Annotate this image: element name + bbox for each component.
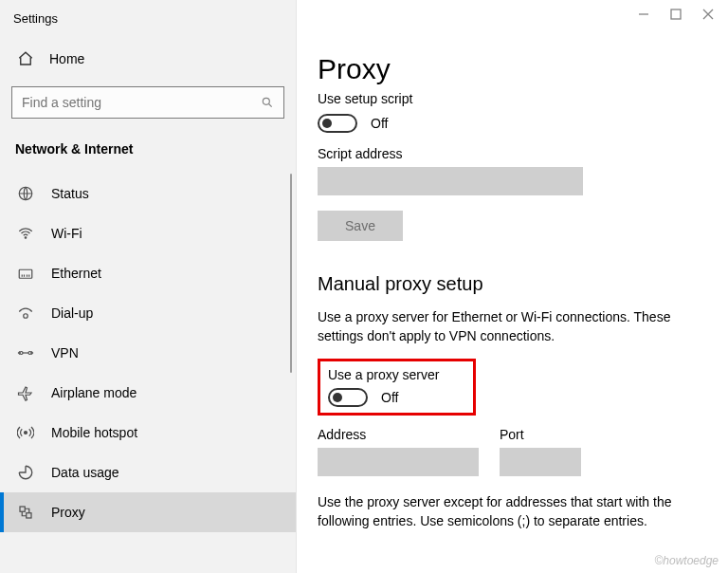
save-button: Save (318, 211, 403, 241)
use-proxy-toggle-row: Off (328, 388, 439, 407)
close-icon[interactable] (701, 8, 715, 21)
settings-sidebar: Settings Home Network & Internet Status (0, 0, 297, 573)
hotspot-icon (17, 424, 34, 441)
sidebar-item-hotspot[interactable]: Mobile hotspot (0, 413, 296, 453)
sidebar-item-airplane[interactable]: Airplane mode (0, 373, 296, 413)
data-usage-icon (17, 464, 34, 481)
use-script-state: Off (371, 116, 388, 131)
sidebar-item-vpn[interactable]: VPN (0, 333, 296, 373)
search-icon (261, 96, 274, 109)
sidebar-item-label: Dial-up (51, 305, 93, 321)
sidebar-home[interactable]: Home (0, 41, 296, 77)
airplane-icon (17, 384, 34, 401)
use-script-label: Use setup script (318, 91, 720, 106)
svg-point-7 (25, 432, 27, 434)
svg-point-6 (28, 352, 31, 355)
manual-description: Use a proxy server for Ethernet or Wi-Fi… (318, 308, 697, 345)
svg-point-0 (263, 98, 269, 104)
sidebar-item-wifi[interactable]: Wi-Fi (0, 213, 296, 253)
home-icon (17, 50, 34, 67)
port-label: Port (500, 427, 581, 442)
sidebar-home-label: Home (49, 51, 84, 66)
svg-point-4 (24, 314, 28, 319)
vpn-icon (17, 344, 34, 361)
search-box[interactable] (11, 86, 284, 119)
sidebar-item-status[interactable]: Status (0, 174, 296, 213)
except-description: Use the proxy server except for addresse… (318, 493, 697, 530)
svg-point-2 (25, 237, 27, 239)
wifi-icon (17, 225, 34, 242)
sidebar-item-label: Airplane mode (51, 385, 136, 400)
svg-rect-3 (19, 269, 32, 278)
globe-icon (17, 185, 34, 202)
proxy-icon (17, 504, 34, 521)
sidebar-item-label: Mobile hotspot (51, 425, 137, 440)
script-address-input (318, 167, 583, 195)
svg-rect-9 (27, 513, 31, 518)
use-proxy-highlight: Use a proxy server Off (318, 359, 476, 416)
port-input (500, 448, 581, 476)
search-input[interactable] (22, 95, 261, 110)
ethernet-icon (17, 265, 34, 282)
sidebar-item-label: VPN (51, 345, 79, 360)
sidebar-item-proxy[interactable]: Proxy (0, 492, 296, 532)
manual-heading: Manual proxy setup (318, 273, 720, 295)
use-proxy-state: Off (381, 390, 398, 405)
script-address-label: Script address (318, 146, 720, 161)
use-proxy-toggle[interactable] (328, 388, 368, 407)
sidebar-item-dialup[interactable]: Dial-up (0, 293, 296, 333)
svg-rect-8 (20, 507, 25, 511)
sidebar-item-label: Data usage (51, 465, 119, 480)
svg-point-5 (20, 352, 23, 355)
sidebar-scrollbar[interactable] (290, 174, 292, 373)
svg-rect-10 (671, 9, 681, 19)
sidebar-item-label: Status (51, 186, 89, 201)
dialup-icon (17, 305, 34, 322)
sidebar-section-label: Network & Internet (0, 138, 296, 174)
sidebar-item-label: Proxy (51, 505, 85, 520)
page-title: Proxy (318, 53, 720, 85)
maximize-icon[interactable] (669, 8, 682, 21)
sidebar-nav: Status Wi-Fi Ethernet Dial-up (0, 174, 296, 573)
sidebar-item-datausage[interactable]: Data usage (0, 453, 296, 492)
window-title: Settings (0, 8, 296, 41)
minimize-icon[interactable] (637, 8, 650, 21)
window-controls (626, 4, 726, 25)
sidebar-item-ethernet[interactable]: Ethernet (0, 253, 296, 293)
use-script-toggle-row: Off (318, 114, 720, 133)
sidebar-item-label: Wi-Fi (51, 226, 82, 241)
main-content: Proxy Use setup script Off Script addres… (297, 0, 728, 573)
address-label: Address (318, 427, 479, 442)
watermark: ©howtoedge (654, 554, 719, 567)
use-proxy-label: Use a proxy server (328, 367, 439, 382)
sidebar-item-label: Ethernet (51, 266, 101, 281)
use-script-toggle[interactable] (318, 114, 357, 133)
address-input (318, 448, 479, 476)
